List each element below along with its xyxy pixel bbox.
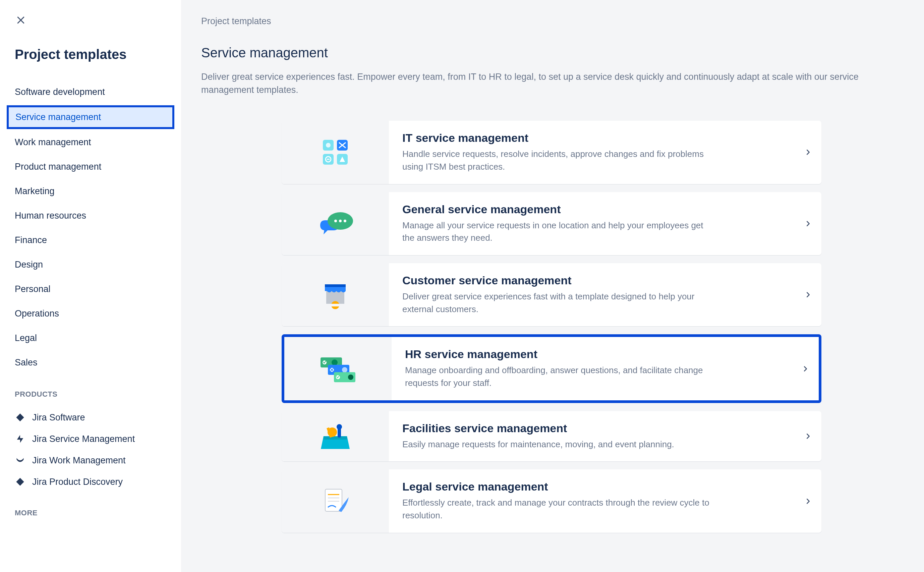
storefront-icon [317,280,354,310]
template-chevron [795,469,822,532]
svg-point-34 [337,424,342,429]
template-title: Facilities service management [402,422,781,435]
category-software-development[interactable]: Software development [7,81,174,103]
template-description: Manage all your service requests in one … [402,219,711,244]
jira-service-management-icon [15,434,25,444]
svg-point-27 [342,367,347,373]
template-thumbnail [282,263,389,326]
document-quill-icon [315,485,356,518]
template-thumbnail [282,121,389,184]
sidebar: Project templates Software development S… [0,0,181,572]
template-title: HR service management [405,348,778,361]
template-description: Manage onboarding and offboarding, answe… [405,364,713,389]
template-description: Handle service requests, resolve inciden… [402,148,711,173]
template-chevron [795,411,822,462]
jira-product-discovery-icon [15,476,25,487]
itsm-icon [317,137,354,167]
svg-rect-19 [326,304,344,306]
template-card-general-service-management[interactable]: General service management Manage all yo… [282,192,822,255]
product-label: Jira Service Management [32,434,135,444]
svg-rect-36 [325,489,342,511]
breadcrumb[interactable]: Project templates [201,16,904,26]
svg-marker-3 [16,478,24,485]
product-jira-product-discovery[interactable]: Jira Product Discovery [7,471,174,493]
template-card-it-service-management[interactable]: IT service management Handle service req… [282,121,822,184]
category-sales[interactable]: Sales [7,351,174,374]
category-service-management[interactable]: Service management [7,105,174,129]
template-chevron [795,263,822,326]
category-list: Software development Service management … [7,81,174,374]
svg-point-15 [344,220,346,222]
template-thumbnail [282,411,389,462]
svg-point-14 [339,220,342,222]
jira-work-management-icon [15,455,25,466]
template-body: IT service management Handle service req… [389,121,795,184]
svg-point-22 [332,359,338,365]
jira-software-icon [15,412,25,423]
template-description: Effortlessly create, track and manage yo… [402,497,711,522]
page-title: Service management [201,45,904,61]
product-label: Jira Product Discovery [32,477,123,487]
category-marketing[interactable]: Marketing [7,180,174,202]
template-card-facilities-service-management[interactable]: Facilities service management Easily man… [282,411,822,462]
template-list: IT service management Handle service req… [282,121,822,533]
product-label: Jira Software [32,412,85,423]
category-human-resources[interactable]: Human resources [7,205,174,227]
svg-point-8 [326,143,331,148]
template-body: HR service management Manage onboarding … [391,337,792,400]
template-description: Deliver great service experiences fast w… [402,291,711,316]
category-operations[interactable]: Operations [7,302,174,325]
toolbox-icon [314,420,357,453]
chevron-right-icon [801,365,809,373]
chevron-right-icon [804,220,812,227]
template-title: Legal service management [402,480,781,493]
category-personal[interactable]: Personal [7,278,174,300]
chevron-right-icon [804,497,812,505]
template-card-customer-service-management[interactable]: Customer service management Deliver grea… [282,263,822,326]
category-product-management[interactable]: Product management [7,155,174,178]
template-chevron [795,121,822,184]
template-chevron [795,192,822,255]
template-thumbnail [284,337,391,400]
products-section-label: PRODUCTS [15,390,174,399]
chevron-right-icon [804,291,812,298]
template-body: General service management Manage all yo… [389,192,795,255]
products-list: Jira Software Jira Service Management Ji… [7,407,174,493]
template-title: General service management [402,203,781,216]
svg-point-13 [334,220,337,222]
hr-cards-icon [314,352,362,385]
close-icon [16,15,26,25]
template-card-legal-service-management[interactable]: Legal service management Effortlessly cr… [282,469,822,532]
template-description: Easily manage requests for maintenance, … [402,438,711,451]
more-section-label: MORE [15,508,174,518]
svg-rect-31 [323,436,347,440]
svg-marker-2 [16,413,24,421]
svg-rect-17 [325,284,346,287]
category-legal[interactable]: Legal [7,327,174,350]
template-body: Customer service management Deliver grea… [389,263,795,326]
template-chevron [792,337,819,400]
template-body: Facilities service management Easily man… [389,411,795,462]
template-title: IT service management [402,131,781,145]
sidebar-title: Project templates [15,47,174,62]
category-finance[interactable]: Finance [7,229,174,252]
svg-point-30 [348,375,353,380]
product-jira-work-management[interactable]: Jira Work Management [7,450,174,471]
template-title: Customer service management [402,274,781,287]
page-description: Deliver great service experiences fast. … [201,70,904,96]
close-button[interactable] [13,12,29,28]
product-label: Jira Work Management [32,455,126,466]
product-jira-service-management[interactable]: Jira Service Management [7,428,174,450]
chevron-right-icon [804,432,812,440]
main-content: Project templates Service management Del… [181,0,924,572]
chevron-right-icon [804,149,812,156]
template-thumbnail [282,192,389,255]
template-thumbnail [282,469,389,532]
template-body: Legal service management Effortlessly cr… [389,469,795,532]
category-design[interactable]: Design [7,253,174,276]
chat-bubbles-icon [314,207,357,240]
category-work-management[interactable]: Work management [7,131,174,154]
template-card-hr-service-management[interactable]: HR service management Manage onboarding … [282,334,822,403]
product-jira-software[interactable]: Jira Software [7,407,174,428]
